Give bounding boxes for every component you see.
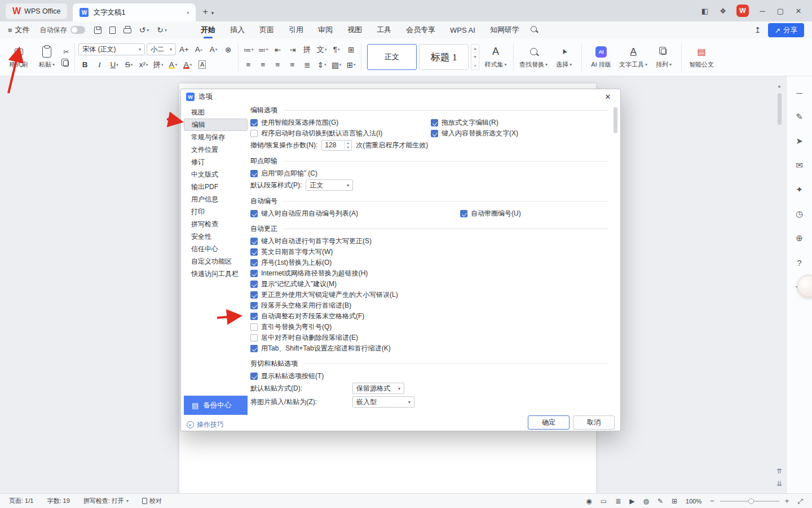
tab-list-button[interactable]: ▾ [211,10,214,16]
style-gallery-scroll[interactable]: ▴ ▾ ≡ [471,44,479,70]
checkbox[interactable] [250,259,258,266]
checkbox[interactable] [460,210,467,217]
checkbox[interactable] [250,119,258,126]
tips-link[interactable]: ▸ 操作技巧 [187,420,224,430]
checkbox[interactable] [250,373,258,380]
page-setup-button[interactable]: ⊞ [345,43,358,55]
dialog-close-button[interactable]: ✕ [601,91,615,103]
redo-caret-icon[interactable]: ▾ [165,28,167,33]
option-row[interactable]: 键入内容替换所选文字(X) [431,128,518,139]
eye-icon[interactable]: ◉ [586,497,592,505]
align-left-button[interactable]: ≡ [242,59,255,71]
clear-format-button[interactable]: ⊗ [222,43,235,55]
wps-home-tab[interactable]: W WPS Office [6,3,67,19]
collapse-icon[interactable]: ─ [793,86,806,99]
dialog-sidebar-item[interactable]: 文件位置 [184,143,248,156]
doc-scrollbar[interactable]: ▴ ⇈ ⇊ [774,76,785,493]
italic-button[interactable]: I [93,59,106,71]
decrease-indent-button[interactable]: ⇤ [271,43,284,55]
autosave-control[interactable]: 自动保存 [40,25,85,35]
chinese-convert-button[interactable]: 文▾ [315,43,328,55]
menu-tab[interactable]: ✦知网研学 [490,21,519,38]
default-style-select[interactable]: 正文 ▾ [306,179,353,191]
gallery-down-icon[interactable]: ▾ [471,52,479,61]
option-row[interactable]: 英文日期首字母大写(W) [250,247,608,257]
dialog-sidebar-item[interactable]: 拼写检查 [184,218,248,230]
dialog-sidebar-item[interactable]: 打印 [184,205,248,218]
dialog-sidebar-item[interactable]: 编辑 [184,119,248,131]
layout-mode-icon[interactable]: ◧ [697,3,713,19]
menu-tab[interactable]: ✦页面 [259,21,274,38]
dialog-sidebar-item[interactable]: 中文版式 [184,168,248,181]
option-row[interactable]: 用Tab、Shift+Tab设置左缩进和首行缩进(K) [250,343,608,354]
checkbox[interactable] [250,210,258,217]
menu-tab[interactable]: ✦WPS AI [450,21,475,38]
menu-tab[interactable]: ✦审阅 [318,21,333,38]
checkbox[interactable] [250,281,258,288]
checkbox[interactable] [250,130,258,137]
sparkle-icon[interactable]: ✦ [793,183,806,196]
text-tool-button[interactable]: A 文字工具▾ [617,46,650,69]
print-preview-button[interactable] [109,27,116,34]
menu-tab[interactable]: ✦工具 [377,21,391,38]
comment-icon[interactable]: ✉ [793,159,806,172]
fit-page-icon[interactable]: ⊞ [672,497,677,505]
zoom-slider[interactable] [720,501,779,502]
distribute-button[interactable]: ≣ [301,59,314,71]
bullets-button[interactable]: ≔▾ [242,43,255,55]
save-button[interactable] [94,27,102,34]
cut-button[interactable]: ✂ [63,48,69,56]
menu-tab[interactable]: ✦会员专享 [406,21,435,38]
scrollbar-thumb[interactable] [778,93,782,125]
close-button[interactable]: ✕ [791,3,806,19]
borders-button[interactable]: ⊞▾ [345,59,358,71]
paste-button[interactable]: 粘贴▾ [33,46,61,69]
cursor-icon[interactable]: ➤ [793,135,806,147]
font-name-select[interactable]: 宋体 (正文)▾ [78,43,145,55]
history-icon[interactable]: ◷ [793,208,806,220]
justify-button[interactable]: ≡ [286,59,299,71]
share-button[interactable]: ↗ 分享 [768,23,804,37]
next-page-button[interactable]: ⇊ [776,480,782,488]
highlight-button[interactable]: A▾ [166,59,179,71]
strikethrough-button[interactable]: S▾ [122,59,135,71]
pen-icon[interactable]: ✎ [793,111,806,123]
user-avatar[interactable]: W [736,5,749,17]
paragraph-mark-button[interactable]: ¶▾ [330,43,343,55]
menu-tab[interactable]: ✦插入 [230,21,245,38]
checkbox[interactable] [250,270,258,277]
option-row[interactable]: 自动带圈编号(U) [460,208,521,219]
new-tab-button[interactable]: + [202,7,208,17]
option-row[interactable]: 自动调整右对齐段落末空格格式(F) [250,311,608,322]
word-count[interactable]: 字数: 19 [47,497,69,505]
checkbox[interactable] [431,119,438,126]
contact-icon[interactable]: ⊕ [793,232,806,244]
dialog-sidebar-item[interactable]: 安全性 [184,230,248,243]
spellcheck-status[interactable]: 拼写检查: 打开 ▾ [83,497,129,505]
ok-button[interactable]: 确定 [528,415,570,430]
dialog-scrollbar[interactable] [614,107,617,405]
autosave-toggle[interactable] [70,26,85,34]
style-set-button[interactable]: A 样式集▾ [482,46,510,69]
menu-tab[interactable]: ✦引用 [289,21,303,38]
text-effects-button[interactable]: A▾ [207,43,220,55]
copy-button[interactable] [63,60,69,67]
zoom-level[interactable]: 100% [686,498,701,505]
underline-button[interactable]: U▾ [108,59,121,71]
style-heading1[interactable]: 标题 1 [419,44,469,70]
help-icon[interactable]: ? [793,256,806,269]
checkbox[interactable] [250,313,258,320]
undo-caret-icon[interactable]: ▾ [147,28,149,33]
superscript-button[interactable]: x²▾ [137,59,150,71]
print-button[interactable] [123,27,131,33]
backup-center-button[interactable]: ▤ 备份中心 [184,396,248,415]
checkbox[interactable] [250,323,258,331]
option-row[interactable]: 显示粘贴选项按钮(T) [250,371,608,382]
redo-button[interactable]: ↻▾ [157,25,167,34]
find-replace-button[interactable]: 查找替换▾ [517,46,550,69]
style-normal[interactable]: 正文 [367,44,417,70]
checkbox[interactable] [250,345,258,352]
file-menu-button[interactable]: ≡ 文件 [8,25,30,35]
option-row[interactable]: 直引号替换为弯引号(Q) [250,322,608,332]
dialog-sidebar-item[interactable]: 输出PDF [184,181,248,193]
